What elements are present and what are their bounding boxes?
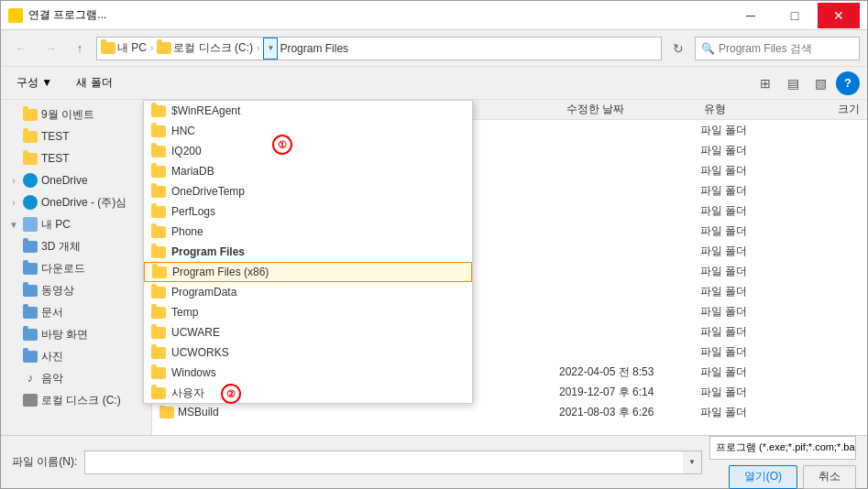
help-button[interactable]: ? <box>836 71 860 95</box>
col-date: 수정한 날짜 <box>566 102 704 117</box>
up-button[interactable]: ↑ <box>67 37 93 60</box>
breadcrumb-current: Program Files <box>280 42 348 55</box>
window-icon <box>8 8 23 23</box>
3d-folder-icon <box>23 241 38 253</box>
path-dropdown: $WinREAgent HNC IQ200 MariaDB OneDriveTe… <box>143 100 473 404</box>
filetype-container: 프로그램 (*.exe;*.pif;*.com;*.ba ▼ <box>709 436 856 460</box>
file-row-msbuild[interactable]: MSBuild 2021-08-03 후 6:26 파일 폴더 <box>152 402 867 422</box>
organize-button[interactable]: 구성 ▼ <box>8 71 60 95</box>
back-button[interactable]: ← <box>8 37 34 60</box>
pc-icon <box>23 217 38 232</box>
harddisk-icon <box>23 394 38 407</box>
desktop-icon <box>23 329 38 341</box>
breadcrumb-sep2: › <box>255 43 261 53</box>
dropdown-item-iq200[interactable]: IQ200 <box>144 141 472 161</box>
dropdown-item-ucworks[interactable]: UCWORKS <box>144 342 472 363</box>
folder-icon <box>151 347 166 359</box>
annotation-2: ② <box>221 384 241 404</box>
filetype-row: 프로그램 (*.exe;*.pif;*.com;*.ba ▼ <box>709 436 856 460</box>
bottom-bar: 파일 이름(N): ▼ 프로그램 (*.exe;*.pif;*.com;*.ba… <box>1 435 867 488</box>
dropdown-item-windows[interactable]: Windows <box>144 363 472 383</box>
sidebar-item-onedrive2[interactable]: › OneDrive - (주)심 <box>1 191 151 213</box>
dropdown-item-programdata[interactable]: ProgramData <box>144 282 472 302</box>
dropdown-item-temp[interactable]: Temp <box>144 302 472 322</box>
sidebar-item-mypc[interactable]: ▼ 내 PC <box>1 213 151 235</box>
folder-icon <box>151 307 166 319</box>
bottom-right: 프로그램 (*.exe;*.pif;*.com;*.ba ▼ 열기(O) 취소 <box>709 436 856 489</box>
view-preview-button[interactable]: ▧ <box>808 71 832 95</box>
folder-icon <box>151 327 166 339</box>
dialog-window: 연결 프로그램... ─ □ ✕ ← → ↑ 내 PC › 로컬 디스크 (C:… <box>0 0 868 489</box>
close-button[interactable]: ✕ <box>818 3 860 28</box>
sidebar-item-localdisk[interactable]: 로컬 디스크 (C:) <box>1 389 151 411</box>
refresh-button[interactable]: ↻ <box>665 37 691 60</box>
minimize-button[interactable]: ─ <box>730 3 772 28</box>
window-title: 연결 프로그램... <box>28 7 106 23</box>
folder-icon <box>23 109 38 121</box>
folder-icon <box>23 131 38 143</box>
bottom-row1: 파일 이름(N): ▼ <box>12 451 702 474</box>
folder-icon <box>151 387 166 399</box>
view-list-button[interactable]: ▤ <box>781 71 805 95</box>
filename-input-container: ▼ <box>84 451 702 474</box>
dropdown-item-hnc[interactable]: HNC <box>144 121 472 141</box>
view-details-button[interactable]: ⊞ <box>753 71 777 95</box>
title-bar: 연결 프로그램... ─ □ ✕ <box>1 1 867 30</box>
forward-button[interactable]: → <box>38 37 63 60</box>
dropdown-item-winre[interactable]: $WinREAgent <box>144 101 472 121</box>
new-folder-button[interactable]: 새 폴더 <box>68 71 120 95</box>
sidebar-item-photos[interactable]: 사진 <box>1 345 151 367</box>
onedrive2-icon <box>23 195 38 210</box>
folder-icon <box>151 125 166 137</box>
filename-label: 파일 이름(N): <box>12 454 77 470</box>
bottom-rows: 파일 이름(N): ▼ <box>12 451 702 474</box>
annotation-1: ① <box>272 135 292 155</box>
folder-icon <box>151 105 166 117</box>
dropdown-item-phone[interactable]: Phone <box>144 222 472 242</box>
navigation-toolbar: ← → ↑ 내 PC › 로컬 디스크 (C:) › ▼ Program Fil… <box>1 30 867 67</box>
filename-input[interactable] <box>85 456 683 469</box>
dropdown-item-onedrivetemp[interactable]: OneDriveTemp <box>144 181 472 201</box>
sidebar-item-videos[interactable]: 동영상 <box>1 279 151 301</box>
sidebar-item-test1[interactable]: TEST <box>1 125 151 147</box>
sidebar: 9월 이벤트 TEST TEST › OneDrive › OneDrive -… <box>1 100 152 435</box>
dropdown-item-programfiles[interactable]: Program Files <box>144 242 472 262</box>
dropdown-item-users[interactable]: 사용자 <box>144 383 472 403</box>
search-input[interactable] <box>719 42 856 55</box>
main-content: 9월 이벤트 TEST TEST › OneDrive › OneDrive -… <box>1 100 867 435</box>
breadcrumb-dropdown-btn[interactable]: ▼ <box>263 38 278 60</box>
sidebar-item-test2[interactable]: TEST <box>1 147 151 169</box>
folder-icon <box>151 367 166 379</box>
disk-icon <box>157 42 171 54</box>
filename-dropdown-btn[interactable]: ▼ <box>683 451 701 473</box>
folder-icon <box>151 287 166 299</box>
second-toolbar: 구성 ▼ 새 폴더 ⊞ ▤ ▧ ? <box>1 67 867 100</box>
sidebar-item-9wol[interactable]: 9월 이벤트 <box>1 103 151 125</box>
sidebar-item-docs[interactable]: 문서 <box>1 301 151 323</box>
breadcrumb: 내 PC › 로컬 디스크 (C:) › ▼ Program Files <box>101 38 657 60</box>
cancel-button[interactable]: 취소 <box>803 465 856 489</box>
address-bar[interactable]: 내 PC › 로컬 디스크 (C:) › ▼ Program Files <box>96 37 662 60</box>
videos-icon <box>23 285 38 297</box>
dropdown-item-mariadb[interactable]: MariaDB <box>144 161 472 181</box>
search-icon: 🔍 <box>701 42 715 55</box>
dropdown-item-ucware[interactable]: UCWARE <box>144 322 472 342</box>
folder-icon <box>151 246 166 258</box>
file-name: MSBuild <box>159 406 555 418</box>
search-box: 🔍 <box>695 37 860 60</box>
folder-icon <box>151 146 166 158</box>
sidebar-item-3d[interactable]: 3D 개체 <box>1 235 151 257</box>
open-button[interactable]: 열기(O) <box>729 465 797 489</box>
folder-icon <box>151 226 166 238</box>
dropdown-item-programfilesx86[interactable]: Program Files (x86) <box>144 262 472 282</box>
folder-icon <box>151 206 166 218</box>
title-buttons: ─ □ ✕ <box>730 3 860 28</box>
sidebar-item-desktop[interactable]: 바탕 화면 <box>1 323 151 345</box>
sidebar-item-onedrive[interactable]: › OneDrive <box>1 169 151 191</box>
dropdown-item-perflogs[interactable]: PerfLogs <box>144 201 472 222</box>
sidebar-item-music[interactable]: ♪ 음악 <box>1 367 151 389</box>
sidebar-item-downloads[interactable]: 다운로드 <box>1 257 151 279</box>
maximize-button[interactable]: □ <box>774 3 816 28</box>
folder-icon <box>152 266 167 278</box>
breadcrumb-disk: 로컬 디스크 (C:) <box>173 40 253 56</box>
